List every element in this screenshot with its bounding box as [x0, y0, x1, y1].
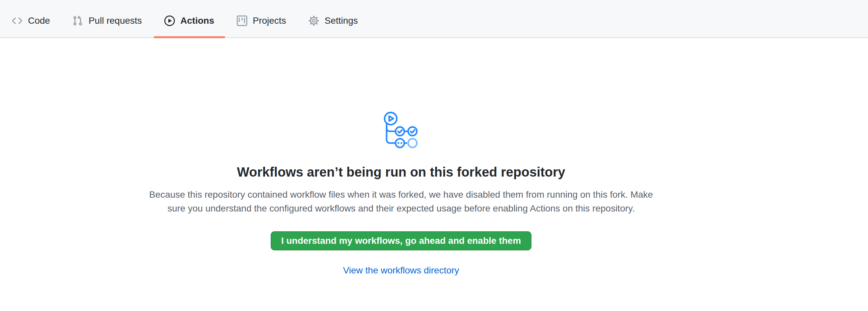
project-icon [237, 15, 247, 26]
empty-state-title: Workflows aren’t being run on this forke… [237, 163, 565, 181]
git-pull-request-icon [72, 15, 83, 26]
tab-label: Code [28, 16, 50, 25]
tab-projects[interactable]: Projects [226, 0, 297, 37]
code-icon [12, 15, 22, 26]
repo-tab-nav: Code Pull requests Actions [0, 0, 868, 38]
tab-label: Projects [253, 16, 286, 25]
empty-state-description: Because this repository contained workfl… [149, 188, 653, 215]
tab-label: Pull requests [89, 16, 142, 25]
actions-empty-state: Workflows aren’t being run on this forke… [0, 38, 868, 277]
tab-label: Settings [325, 16, 358, 25]
tab-actions[interactable]: Actions [154, 0, 225, 37]
tab-label: Actions [181, 16, 214, 25]
tab-pull-requests[interactable]: Pull requests [62, 0, 152, 37]
workflow-graph-icon [383, 111, 420, 148]
play-icon [164, 15, 175, 26]
gear-icon [309, 15, 319, 26]
tab-settings[interactable]: Settings [298, 0, 369, 37]
description-line-2: sure you understand the configured workf… [149, 201, 653, 215]
tab-code[interactable]: Code [1, 0, 61, 37]
enable-workflows-button[interactable]: I understand my workflows, go ahead and … [271, 231, 531, 250]
description-line-1: Because this repository contained workfl… [149, 188, 653, 201]
view-workflows-directory-link[interactable]: View the workflows directory [343, 263, 459, 277]
